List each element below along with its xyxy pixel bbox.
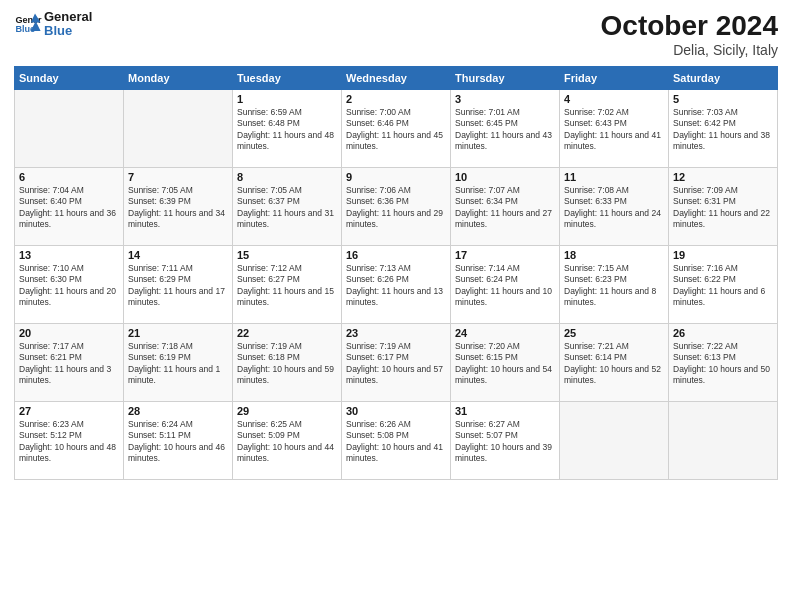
calendar-cell: 4Sunrise: 7:02 AMSunset: 6:43 PMDaylight… bbox=[560, 90, 669, 168]
logo-text2: Blue bbox=[44, 24, 92, 38]
calendar-cell: 8Sunrise: 7:05 AMSunset: 6:37 PMDaylight… bbox=[233, 168, 342, 246]
cell-content: Daylight: 11 hours and 43 minutes. bbox=[455, 130, 555, 153]
calendar-cell bbox=[15, 90, 124, 168]
cell-content: Daylight: 11 hours and 29 minutes. bbox=[346, 208, 446, 231]
cell-content: Sunset: 6:21 PM bbox=[19, 352, 119, 363]
cell-content: Daylight: 10 hours and 41 minutes. bbox=[346, 442, 446, 465]
cell-content: Daylight: 11 hours and 41 minutes. bbox=[564, 130, 664, 153]
calendar-cell: 7Sunrise: 7:05 AMSunset: 6:39 PMDaylight… bbox=[124, 168, 233, 246]
cell-content: Sunrise: 6:24 AM bbox=[128, 419, 228, 430]
cell-content: Sunset: 6:45 PM bbox=[455, 118, 555, 129]
week-row-1: 1Sunrise: 6:59 AMSunset: 6:48 PMDaylight… bbox=[15, 90, 778, 168]
calendar-cell: 19Sunrise: 7:16 AMSunset: 6:22 PMDayligh… bbox=[669, 246, 778, 324]
cell-content: Daylight: 11 hours and 17 minutes. bbox=[128, 286, 228, 309]
calendar-cell: 17Sunrise: 7:14 AMSunset: 6:24 PMDayligh… bbox=[451, 246, 560, 324]
cell-content: Sunrise: 7:12 AM bbox=[237, 263, 337, 274]
calendar-cell: 12Sunrise: 7:09 AMSunset: 6:31 PMDayligh… bbox=[669, 168, 778, 246]
cell-content: Daylight: 10 hours and 46 minutes. bbox=[128, 442, 228, 465]
cell-content: Daylight: 10 hours and 54 minutes. bbox=[455, 364, 555, 387]
cell-content: Daylight: 11 hours and 10 minutes. bbox=[455, 286, 555, 309]
cell-content: Daylight: 10 hours and 59 minutes. bbox=[237, 364, 337, 387]
cell-content: Sunset: 6:26 PM bbox=[346, 274, 446, 285]
calendar-cell: 22Sunrise: 7:19 AMSunset: 6:18 PMDayligh… bbox=[233, 324, 342, 402]
month-title: October 2024 bbox=[601, 10, 778, 42]
day-number: 10 bbox=[455, 171, 555, 183]
col-tuesday: Tuesday bbox=[233, 67, 342, 90]
cell-content: Sunset: 6:13 PM bbox=[673, 352, 773, 363]
week-row-3: 13Sunrise: 7:10 AMSunset: 6:30 PMDayligh… bbox=[15, 246, 778, 324]
cell-content: Sunset: 6:46 PM bbox=[346, 118, 446, 129]
day-number: 16 bbox=[346, 249, 446, 261]
day-number: 22 bbox=[237, 327, 337, 339]
day-number: 29 bbox=[237, 405, 337, 417]
cell-content: Daylight: 11 hours and 13 minutes. bbox=[346, 286, 446, 309]
cell-content: Sunrise: 7:18 AM bbox=[128, 341, 228, 352]
day-number: 1 bbox=[237, 93, 337, 105]
cell-content: Sunset: 6:29 PM bbox=[128, 274, 228, 285]
day-number: 2 bbox=[346, 93, 446, 105]
day-number: 31 bbox=[455, 405, 555, 417]
calendar-cell: 5Sunrise: 7:03 AMSunset: 6:42 PMDaylight… bbox=[669, 90, 778, 168]
calendar-cell: 28Sunrise: 6:24 AMSunset: 5:11 PMDayligh… bbox=[124, 402, 233, 480]
cell-content: Sunset: 6:36 PM bbox=[346, 196, 446, 207]
calendar-cell bbox=[669, 402, 778, 480]
cell-content: Sunset: 6:48 PM bbox=[237, 118, 337, 129]
cell-content: Sunrise: 6:23 AM bbox=[19, 419, 119, 430]
col-thursday: Thursday bbox=[451, 67, 560, 90]
calendar-cell: 2Sunrise: 7:00 AMSunset: 6:46 PMDaylight… bbox=[342, 90, 451, 168]
day-number: 6 bbox=[19, 171, 119, 183]
day-number: 18 bbox=[564, 249, 664, 261]
cell-content: Daylight: 11 hours and 1 minute. bbox=[128, 364, 228, 387]
day-number: 26 bbox=[673, 327, 773, 339]
cell-content: Sunrise: 7:05 AM bbox=[237, 185, 337, 196]
cell-content: Sunset: 5:09 PM bbox=[237, 430, 337, 441]
cell-content: Sunset: 6:30 PM bbox=[19, 274, 119, 285]
cell-content: Sunrise: 7:02 AM bbox=[564, 107, 664, 118]
cell-content: Daylight: 11 hours and 31 minutes. bbox=[237, 208, 337, 231]
cell-content: Sunset: 6:19 PM bbox=[128, 352, 228, 363]
cell-content: Daylight: 11 hours and 3 minutes. bbox=[19, 364, 119, 387]
cell-content: Sunset: 6:18 PM bbox=[237, 352, 337, 363]
day-number: 13 bbox=[19, 249, 119, 261]
day-number: 8 bbox=[237, 171, 337, 183]
cell-content: Sunset: 6:14 PM bbox=[564, 352, 664, 363]
col-sunday: Sunday bbox=[15, 67, 124, 90]
cell-content: Sunrise: 7:17 AM bbox=[19, 341, 119, 352]
calendar-cell: 29Sunrise: 6:25 AMSunset: 5:09 PMDayligh… bbox=[233, 402, 342, 480]
calendar-cell: 30Sunrise: 6:26 AMSunset: 5:08 PMDayligh… bbox=[342, 402, 451, 480]
calendar-cell: 1Sunrise: 6:59 AMSunset: 6:48 PMDaylight… bbox=[233, 90, 342, 168]
calendar-cell: 10Sunrise: 7:07 AMSunset: 6:34 PMDayligh… bbox=[451, 168, 560, 246]
day-number: 15 bbox=[237, 249, 337, 261]
col-saturday: Saturday bbox=[669, 67, 778, 90]
cell-content: Daylight: 11 hours and 24 minutes. bbox=[564, 208, 664, 231]
cell-content: Daylight: 11 hours and 27 minutes. bbox=[455, 208, 555, 231]
calendar-cell: 16Sunrise: 7:13 AMSunset: 6:26 PMDayligh… bbox=[342, 246, 451, 324]
cell-content: Sunset: 6:34 PM bbox=[455, 196, 555, 207]
day-number: 11 bbox=[564, 171, 664, 183]
cell-content: Sunrise: 7:07 AM bbox=[455, 185, 555, 196]
cell-content: Sunrise: 6:59 AM bbox=[237, 107, 337, 118]
day-number: 12 bbox=[673, 171, 773, 183]
cell-content: Sunrise: 6:26 AM bbox=[346, 419, 446, 430]
cell-content: Daylight: 11 hours and 48 minutes. bbox=[237, 130, 337, 153]
cell-content: Sunset: 6:33 PM bbox=[564, 196, 664, 207]
calendar-cell: 27Sunrise: 6:23 AMSunset: 5:12 PMDayligh… bbox=[15, 402, 124, 480]
day-number: 19 bbox=[673, 249, 773, 261]
logo: General Blue General Blue bbox=[14, 10, 92, 39]
col-monday: Monday bbox=[124, 67, 233, 90]
day-number: 20 bbox=[19, 327, 119, 339]
cell-content: Sunset: 5:07 PM bbox=[455, 430, 555, 441]
day-number: 9 bbox=[346, 171, 446, 183]
week-row-4: 20Sunrise: 7:17 AMSunset: 6:21 PMDayligh… bbox=[15, 324, 778, 402]
day-number: 5 bbox=[673, 93, 773, 105]
calendar-cell: 6Sunrise: 7:04 AMSunset: 6:40 PMDaylight… bbox=[15, 168, 124, 246]
calendar-cell: 31Sunrise: 6:27 AMSunset: 5:07 PMDayligh… bbox=[451, 402, 560, 480]
cell-content: Sunset: 6:15 PM bbox=[455, 352, 555, 363]
cell-content: Sunrise: 7:09 AM bbox=[673, 185, 773, 196]
cell-content: Daylight: 10 hours and 57 minutes. bbox=[346, 364, 446, 387]
header-row: Sunday Monday Tuesday Wednesday Thursday… bbox=[15, 67, 778, 90]
cell-content: Daylight: 10 hours and 44 minutes. bbox=[237, 442, 337, 465]
calendar-cell: 23Sunrise: 7:19 AMSunset: 6:17 PMDayligh… bbox=[342, 324, 451, 402]
calendar-cell: 26Sunrise: 7:22 AMSunset: 6:13 PMDayligh… bbox=[669, 324, 778, 402]
logo-text: General bbox=[44, 10, 92, 24]
